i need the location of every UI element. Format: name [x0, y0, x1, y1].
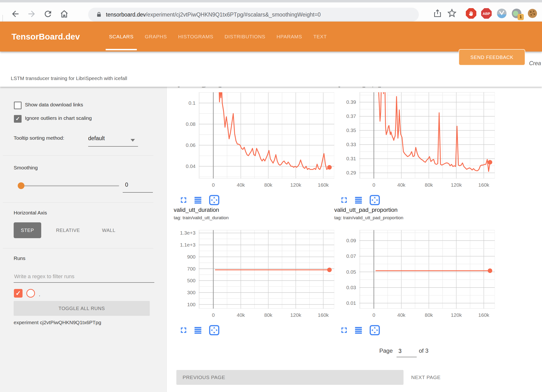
smoothing-value-input[interactable]: 0 — [123, 182, 155, 188]
tooltip-select-underline — [88, 146, 138, 147]
privacy-extension-icon[interactable]: 1 — [511, 8, 523, 20]
data-series-icon[interactable] — [354, 326, 363, 334]
app-title: TensorBoard.dev — [12, 22, 80, 52]
next-page-button[interactable]: NEXT PAGE — [411, 370, 441, 385]
svg-text:40k: 40k — [237, 182, 245, 188]
svg-text:0.39: 0.39 — [346, 99, 356, 105]
previous-page-button[interactable]: PREVIOUS PAGE — [176, 370, 404, 385]
svg-text:40k: 40k — [397, 182, 405, 188]
horizontal-axis-buttons: STEPRELATIVEWALL — [14, 222, 123, 238]
svg-text:0.09: 0.09 — [346, 238, 356, 243]
show-download-links-checkbox[interactable] — [14, 102, 22, 109]
chevron-down-icon[interactable] — [131, 139, 135, 142]
svg-text:160k: 160k — [478, 182, 489, 188]
svg-text:0.05: 0.05 — [346, 269, 356, 275]
tab-graphs[interactable]: GRAPHS — [145, 22, 167, 52]
svg-text:0.29: 0.29 — [346, 170, 356, 175]
svg-text:80k: 80k — [425, 312, 433, 318]
scalar-plot[interactable]: 040k80k120k160k0.010.030.050.070.09 — [334, 230, 495, 319]
cookie-extension-icon[interactable] — [527, 8, 539, 20]
svg-text:100: 100 — [187, 302, 196, 307]
tab-hparams[interactable]: HPARAMS — [277, 22, 302, 52]
svg-text:900: 900 — [187, 254, 196, 259]
data-series-icon[interactable] — [194, 326, 202, 334]
svg-text:40k: 40k — [397, 312, 405, 318]
window-top-strip — [0, 0, 542, 2]
svg-text:0: 0 — [372, 312, 375, 318]
send-feedback-button[interactable]: SEND FEEDBACK — [459, 49, 525, 65]
home-button[interactable] — [59, 9, 69, 19]
scalar-plot[interactable]: 040k80k120k160k0.040.060.080.1 — [174, 92, 334, 189]
pan-zoom-icon[interactable] — [209, 195, 220, 205]
abp-extension-icon[interactable]: ABP — [481, 8, 493, 20]
tab-distributions[interactable]: DISTRIBUTIONS — [225, 22, 265, 52]
svg-text:160k: 160k — [318, 312, 329, 318]
tab-text[interactable]: TEXT — [313, 22, 327, 52]
data-series-icon[interactable] — [354, 196, 363, 204]
axis-option-step[interactable]: STEP — [14, 222, 41, 238]
fullscreen-icon[interactable] — [180, 196, 187, 204]
horizontal-axis-label: Horizontal Axis — [14, 209, 47, 217]
svg-text:0.35: 0.35 — [346, 127, 356, 133]
pan-zoom-icon[interactable] — [369, 195, 380, 205]
experiment-title: LSTM transducer training for LibriSpeech… — [11, 75, 127, 81]
data-series-icon[interactable] — [194, 196, 202, 204]
run-color-swatch — [26, 289, 35, 298]
url-text: tensorboard.dev/experiment/cj2vtPiwQHKN9… — [106, 12, 321, 18]
chart-toolbar — [340, 325, 380, 335]
adblock-extension-icon[interactable] — [466, 8, 477, 20]
fullscreen-icon[interactable] — [340, 327, 348, 334]
tab-scalars[interactable]: SCALARS — [109, 22, 133, 52]
smoothing-label: Smoothing — [14, 164, 38, 172]
svg-text:0.06: 0.06 — [186, 142, 196, 148]
run-name[interactable]: . — [39, 291, 40, 298]
runs-label: Runs — [14, 254, 25, 262]
url-host: tensorboard.dev — [106, 12, 146, 18]
fullscreen-icon[interactable] — [340, 196, 348, 204]
url-path: /experiment/cj2vtPiwQHKN9Q1tx6PTpg/#scal… — [146, 12, 321, 18]
svg-text:1.1e+3: 1.1e+3 — [180, 242, 196, 248]
share-icon[interactable] — [433, 9, 442, 18]
tab-histograms[interactable]: HISTOGRAMS — [178, 22, 213, 52]
toggle-all-runs-button[interactable]: TOGGLE ALL RUNS — [14, 301, 150, 316]
extension-badge: 1 — [518, 14, 524, 20]
chart-tag: tag: train/valid_utt_pad_proportion — [334, 215, 403, 220]
axis-option-relative[interactable]: RELATIVE — [49, 222, 87, 238]
settings-sidebar: Show data download links ✓ Ignore outlie… — [0, 87, 167, 392]
scalar-plot[interactable]: 040k80k120k160k1003005007009001.1e+31.3e… — [174, 230, 334, 319]
ignore-outliers-checkbox[interactable]: ✓ — [14, 115, 22, 123]
browser-toolbar: tensorboard.dev/experiment/cj2vtPiwQHKN9… — [0, 2, 542, 22]
run-checkbox[interactable]: ✓ — [14, 289, 23, 298]
scalar-plot[interactable]: 040k80k120k160k0.290.310.330.350.370.39 — [334, 92, 495, 189]
runs-regex-input[interactable] — [14, 271, 154, 283]
svg-text:0.33: 0.33 — [346, 142, 356, 147]
reload-button[interactable] — [43, 9, 53, 19]
tooltip-sorting-select[interactable]: default — [88, 135, 105, 142]
address-bar[interactable]: tensorboard.dev/experiment/cj2vtPiwQHKN9… — [88, 8, 419, 22]
pan-zoom-icon[interactable] — [209, 325, 220, 335]
svg-text:160k: 160k — [318, 182, 329, 188]
nav-tabs: SCALARSGRAPHSHISTOGRAMSDISTRIBUTIONSHPAR… — [109, 22, 327, 52]
svg-text:120k: 120k — [451, 312, 462, 318]
abp-label: ABP — [483, 12, 490, 16]
bookmark-star-icon[interactable] — [447, 8, 457, 18]
page-label: Page — [379, 347, 393, 354]
axis-option-wall[interactable]: WALL — [95, 222, 123, 238]
svg-text:80k: 80k — [264, 182, 272, 188]
divider — [3, 202, 153, 203]
fullscreen-icon[interactable] — [180, 327, 187, 334]
lock-icon — [96, 12, 102, 18]
svg-text:120k: 120k — [290, 312, 301, 318]
svg-text:0.03: 0.03 — [346, 285, 356, 290]
page-number-input[interactable] — [397, 348, 417, 357]
circle-extension-icon[interactable] — [496, 8, 508, 20]
svg-text:0.01: 0.01 — [346, 300, 356, 306]
smoothing-slider-thumb[interactable] — [18, 182, 24, 189]
back-button[interactable] — [11, 9, 20, 19]
forward-button[interactable] — [27, 9, 36, 19]
svg-text:0: 0 — [212, 182, 215, 188]
smoothing-slider-track[interactable] — [20, 185, 119, 186]
pan-zoom-icon[interactable] — [369, 325, 380, 335]
smoothing-value-underline — [123, 192, 153, 193]
tooltip-sorting-label: Tooltip sorting method: — [14, 134, 64, 142]
